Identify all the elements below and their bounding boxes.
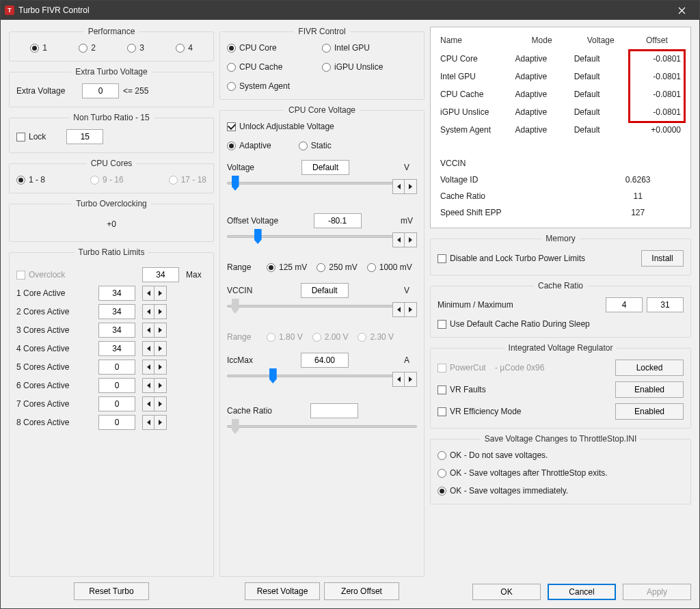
ratio-inc-button[interactable] [154,360,167,375]
offset-inc-button[interactable] [405,232,417,247]
turbo-ratio-row: 4 Cores Active [16,341,206,356]
cache-ratio-group: Cache Ratio Minimum / Maximum Use Defaul… [430,281,691,338]
offset-range-radio[interactable]: 250 mV [317,262,357,272]
save-option-radio[interactable]: OK - Save voltages after ThrottleStop ex… [438,468,684,478]
lock-checkbox[interactable]: Lock [16,132,46,141]
ratio-input[interactable] [98,378,135,393]
apply-button[interactable]: Apply [623,584,691,600]
fivr-radio[interactable]: iGPU Unslice [322,62,417,72]
ratio-dec-button[interactable] [142,323,154,338]
voltage-input[interactable] [301,160,349,175]
ratio-inc-button[interactable] [154,341,167,356]
ratio-input[interactable] [98,360,135,375]
unlock-checkbox[interactable]: Unlock Adjustable Voltage [227,122,417,131]
ratio-inc-button[interactable] [154,286,167,301]
ratio-input[interactable] [98,304,135,319]
cache-ratio-max-input[interactable] [647,297,684,312]
performance-radio-4[interactable]: 4 [176,43,193,53]
voltage-mode-radio[interactable]: Adaptive [227,141,271,150]
voltage-dec-button[interactable] [392,179,405,194]
close-button[interactable] [668,1,695,20]
ratio-dec-button[interactable] [142,396,154,411]
ratio-dec-button[interactable] [142,360,154,375]
ratio-inc-button[interactable] [154,323,167,338]
ratio-input[interactable] [98,415,135,430]
ratio-inc-button[interactable] [154,378,167,393]
cpu-cores-group: CPU Cores 1 - 89 - 1617 - 18 [9,159,214,193]
cancel-button[interactable]: Cancel [548,584,616,600]
ratio-dec-button[interactable] [142,286,154,301]
extra-voltage-input[interactable] [82,83,119,98]
performance-radio-3[interactable]: 3 [127,43,144,53]
ratio-label: 1 Core Active [16,288,92,298]
iccmax-input[interactable] [301,353,349,368]
range-label: Range [227,262,257,272]
ratio-inc-button[interactable] [154,396,167,411]
offset-range-radio[interactable]: 125 mV [267,262,307,272]
save-option-radio[interactable]: OK - Save voltages immediately. [438,486,684,496]
ratio-inc-button[interactable] [154,304,167,319]
voltage-inc-button[interactable] [405,179,417,194]
zero-offset-button[interactable]: Zero Offset [324,582,399,600]
ratio-dec-button[interactable] [142,415,154,430]
ratio-input[interactable] [98,323,135,338]
vccin-input[interactable] [301,283,349,298]
ratio-dec-button[interactable] [142,378,154,393]
vccin-dec-button[interactable] [392,302,405,317]
fivr-radio[interactable]: CPU Cache [227,62,322,72]
max-ratio-input[interactable] [142,267,179,282]
vr-efficiency-checkbox[interactable]: VR Efficiency Mode [438,407,522,416]
offset-dec-button[interactable] [392,232,405,247]
performance-radio-2[interactable]: 2 [79,43,96,53]
voltage-mode-radio[interactable]: Static [299,141,332,150]
iccmax-slider[interactable] [227,375,417,377]
offset-cell: +0.0000 [630,121,684,139]
turbo-ratio-row: 7 Cores Active [16,396,206,411]
cache-ratio-min-input[interactable] [606,297,643,312]
voltage-slider[interactable] [227,182,417,185]
ratio-dec-button[interactable] [142,341,154,356]
voltage-label: Voltage [227,163,254,172]
use-default-cache-checkbox[interactable]: Use Default Cache Ratio During Sleep [438,319,684,329]
offset-input[interactable] [314,213,362,228]
fivr-radio[interactable]: System Agent [227,81,322,91]
offset-cell: -0.0801 [630,85,684,103]
ok-button[interactable]: OK [472,584,541,600]
iccmax-inc-button[interactable] [405,372,417,387]
ratio-dec-button[interactable] [142,304,154,319]
iccmax-dec-button[interactable] [392,372,405,387]
disable-lock-checkbox[interactable]: Disable and Lock Turbo Power Limits [438,254,585,263]
vr-faults-checkbox[interactable]: VR Faults [438,385,486,394]
vccin-inc-button[interactable] [405,302,417,317]
cache-ratio-slider[interactable] [227,425,417,428]
ivr-faults-button[interactable]: Enabled [615,381,684,398]
ivr-eff-button[interactable]: Enabled [615,403,684,420]
save-option-radio[interactable]: OK - Do not save voltages. [438,450,684,460]
reset-voltage-button[interactable]: Reset Voltage [245,582,320,600]
ratio-input[interactable] [98,341,135,356]
performance-radio-1[interactable]: 1 [30,43,47,53]
cpu-cores-radio: 17 - 18 [169,175,206,185]
offset-cell: -0.0801 [630,50,684,68]
cpu-cores-radio[interactable]: 1 - 8 [16,175,45,185]
ivr-locked-button[interactable]: Locked [615,360,684,376]
ratio-input[interactable] [98,396,135,411]
ratio-input[interactable] [98,286,135,301]
fivr-radio[interactable]: CPU Core [227,43,322,53]
close-icon [678,7,686,14]
ratio-inc-button[interactable] [154,415,167,430]
window-title: Turbo FIVR Control [18,5,90,15]
vccin-slider[interactable] [227,305,417,308]
vccin-unit: V [396,286,417,295]
install-button[interactable]: Install [641,250,684,267]
offset-slider[interactable] [227,235,417,238]
offset-range-radio[interactable]: 1000 mV [367,262,412,272]
core-cache-ratio-label: Cache Ratio [227,406,272,416]
voltage-unit: V [396,163,417,172]
table-row: System AgentAdaptiveDefault+0.0000 [438,121,684,139]
reset-turbo-button[interactable]: Reset Turbo [74,582,149,600]
offset-label: Offset Voltage [227,216,278,226]
fivr-radio[interactable]: Intel GPU [322,43,417,53]
non-turbo-input[interactable] [66,129,103,144]
core-cache-ratio-input[interactable] [310,403,358,418]
